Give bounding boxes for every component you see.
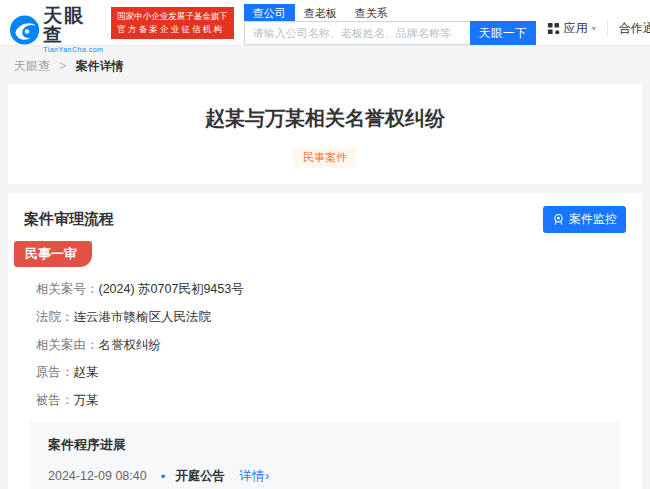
nav-partner-channel[interactable]: 合作通道 ▾ <box>607 20 650 37</box>
page-title: 赵某与万某相关名誉权纠纷 <box>28 105 622 132</box>
tab-search-relation[interactable]: 查关系 <box>346 4 397 21</box>
field-defendant: 被告：万某 <box>36 391 626 410</box>
case-process-card: 案件审理流程 案件监控 民事一审 相关案号：(2024) 苏0707民初9453… <box>8 193 642 489</box>
site-header: 天眼查 TianYanCha.com 国家中小企业发展子基金旗下 官方备案企业征… <box>0 0 650 46</box>
tab-search-company[interactable]: 查公司 <box>244 4 295 21</box>
progress-event: 开庭公告 <box>175 468 225 485</box>
chevron-right-icon: › <box>265 469 269 483</box>
header-search: 查公司 查老板 查关系 天眼一下 <box>244 4 536 45</box>
breadcrumb-current: 案件详情 <box>76 59 124 73</box>
nav-apps[interactable]: 应用 ▾ <box>536 20 607 37</box>
progress-detail-link[interactable]: 详情› <box>239 468 269 485</box>
section-title: 案件审理流程 <box>24 210 114 229</box>
search-input[interactable] <box>244 21 470 45</box>
trial-stage-badge: 民事一审 <box>14 241 92 267</box>
field-cause: 相关案由：名誉权纠纷 <box>36 336 626 355</box>
progress-entry: 2024-12-09 08:40 • 开庭公告 详情› <box>48 468 602 485</box>
top-nav: 应用 ▾ 合作通道 ▾ 企 <box>536 20 650 37</box>
chevron-down-icon: ▾ <box>592 24 596 33</box>
tab-search-boss[interactable]: 查老板 <box>295 4 346 21</box>
case-type-tag: 民事案件 <box>293 147 357 168</box>
field-plaintiff: 原告：赵某 <box>36 363 626 382</box>
breadcrumb: 天眼查 > 案件详情 <box>0 46 650 84</box>
gov-certification-badge: 国家中小企业发展子基金旗下 官方备案企业征信机构 <box>111 7 234 39</box>
field-court: 法院：连云港市赣榆区人民法院 <box>36 308 626 327</box>
timeline-dot-icon: • <box>161 469 166 484</box>
breadcrumb-separator-icon: > <box>59 59 66 73</box>
progress-datetime: 2024-12-09 08:40 <box>48 469 147 483</box>
apps-grid-icon <box>547 22 560 35</box>
tianyancha-logo-icon <box>10 15 39 45</box>
case-progress-card: 案件程序进展 2024-12-09 08:40 • 开庭公告 详情› <box>30 421 620 489</box>
progress-title: 案件程序进展 <box>48 436 602 454</box>
case-title-card: 赵某与万某相关名誉权纠纷 民事案件 <box>8 84 642 184</box>
brand-name: 天眼查 <box>43 6 104 44</box>
case-monitor-button[interactable]: 案件监控 <box>543 206 626 233</box>
search-button[interactable]: 天眼一下 <box>470 21 536 45</box>
breadcrumb-home[interactable]: 天眼查 <box>14 59 50 73</box>
monitor-camera-icon <box>552 213 565 226</box>
field-case-number: 相关案号：(2024) 苏0707民初9453号 <box>36 280 626 299</box>
search-tabs: 查公司 查老板 查关系 <box>244 4 536 21</box>
case-fields: 相关案号：(2024) 苏0707民初9453号 法院：连云港市赣榆区人民法院 … <box>8 267 642 410</box>
